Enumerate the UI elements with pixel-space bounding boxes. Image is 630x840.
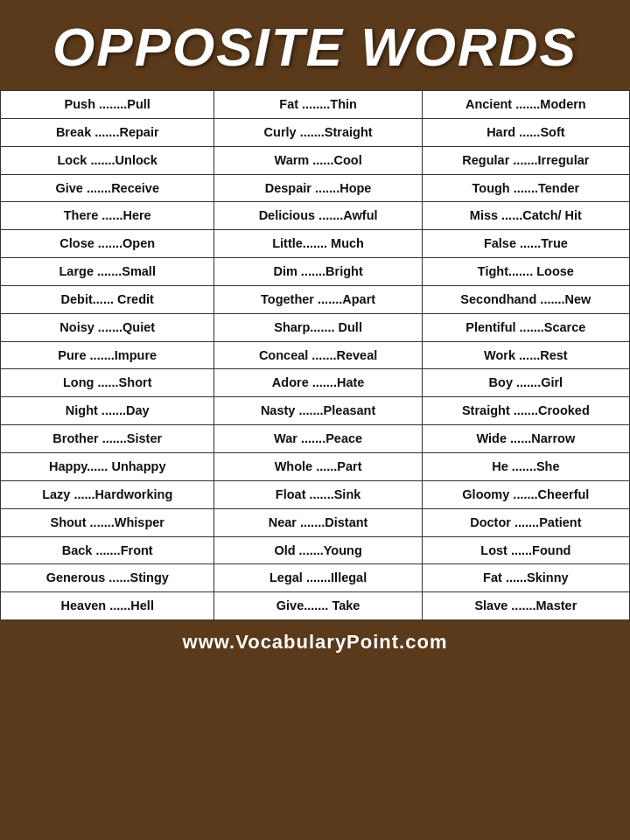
table-row: Night .......DayNasty .......PleasantStr… [1,397,630,425]
footer-url: www.VocabularyPoint.com [9,631,621,654]
table-cell: Old .......Young [214,536,422,564]
table-cell: Float .......Sink [214,480,422,508]
table-cell: Push ........Pull [1,91,214,119]
table-row: Shout .......WhisperNear .......DistantD… [1,508,630,536]
table-cell: Whole ......Part [214,452,422,480]
table-row: Happy...... UnhappyWhole ......PartHe ..… [1,452,630,480]
table-cell: There ......Here [1,202,214,230]
table-cell: Happy...... Unhappy [1,452,214,480]
table-cell: Miss ......Catch/ Hit [422,202,629,230]
table-row: Pure .......ImpureConceal .......RevealW… [1,341,630,369]
table-cell: Close .......Open [1,230,214,258]
table-cell: Boy .......Girl [422,369,629,397]
table-row: Debit...... CreditTogether .......ApartS… [1,285,630,313]
table-cell: Heaven ......Hell [1,592,214,620]
words-table-container: Push ........PullFat ........ThinAncient… [0,90,630,620]
table-row: Back .......FrontOld .......YoungLost ..… [1,536,630,564]
table-cell: Adore .......Hate [214,369,422,397]
table-cell: Little....... Much [214,230,422,258]
table-cell: Work ......Rest [422,341,629,369]
table-row: Noisy .......QuietSharp....... DullPlent… [1,313,630,341]
table-row: Lazy ......HardworkingFloat .......SinkG… [1,480,630,508]
table-cell: Straight .......Crooked [422,397,629,425]
table-cell: Give....... Take [214,592,422,620]
table-cell: He .......She [422,452,629,480]
table-cell: Pure .......Impure [1,341,214,369]
table-cell: Together .......Apart [214,285,422,313]
table-cell: Lost ......Found [422,536,629,564]
table-cell: Large .......Small [1,258,214,286]
table-cell: Give .......Receive [1,174,214,202]
table-row: Break .......RepairCurly .......Straight… [1,118,630,146]
table-row: Push ........PullFat ........ThinAncient… [1,91,630,119]
table-cell: Hard ......Soft [422,118,629,146]
table-cell: Conceal .......Reveal [214,341,422,369]
table-cell: Tight....... Loose [422,258,629,286]
table-cell: Shout .......Whisper [1,508,214,536]
page-footer: www.VocabularyPoint.com [0,620,630,664]
table-cell: Slave .......Master [422,592,629,620]
table-cell: Secondhand .......New [422,285,629,313]
table-cell: War .......Peace [214,425,422,453]
table-cell: Lock .......Unlock [1,146,214,174]
table-row: Give .......ReceiveDespair .......HopeTo… [1,174,630,202]
table-cell: Near .......Distant [214,508,422,536]
table-row: Generous ......StingyLegal .......Illega… [1,564,630,592]
table-cell: Delicious .......Awful [214,202,422,230]
table-cell: Fat ........Thin [214,91,422,119]
table-cell: Back .......Front [1,536,214,564]
table-row: Long ......ShortAdore .......HateBoy ...… [1,369,630,397]
table-cell: Generous ......Stingy [1,564,214,592]
table-cell: Plentiful .......Scarce [422,313,629,341]
table-cell: Fat ......Skinny [422,564,629,592]
opposite-words-table: Push ........PullFat ........ThinAncient… [0,90,630,620]
table-cell: Despair .......Hope [214,174,422,202]
table-row: Lock .......UnlockWarm ......CoolRegular… [1,146,630,174]
table-cell: Dim .......Bright [214,258,422,286]
table-cell: Gloomy .......Cheerful [422,480,629,508]
table-cell: Sharp....... Dull [214,313,422,341]
table-cell: Curly .......Straight [214,118,422,146]
table-cell: Ancient .......Modern [422,91,629,119]
table-cell: Lazy ......Hardworking [1,480,214,508]
table-cell: Doctor .......Patient [422,508,629,536]
page-header: OPPOSITE WORDS [0,0,630,90]
table-cell: Debit...... Credit [1,285,214,313]
page-title: OPPOSITE WORDS [9,16,621,78]
table-cell: Break .......Repair [1,118,214,146]
table-cell: Night .......Day [1,397,214,425]
table-cell: Wide ......Narrow [422,425,629,453]
table-cell: Legal .......Illegal [214,564,422,592]
table-row: Brother .......SisterWar .......PeaceWid… [1,425,630,453]
table-cell: Long ......Short [1,369,214,397]
table-row: Close .......OpenLittle....... MuchFalse… [1,230,630,258]
table-cell: Regular .......Irregular [422,146,629,174]
table-row: There ......HereDelicious .......AwfulMi… [1,202,630,230]
table-row: Large .......SmallDim .......BrightTight… [1,258,630,286]
table-cell: Nasty .......Pleasant [214,397,422,425]
table-cell: Tough .......Tender [422,174,629,202]
table-cell: Brother .......Sister [1,425,214,453]
table-cell: Warm ......Cool [214,146,422,174]
table-cell: Noisy .......Quiet [1,313,214,341]
table-row: Heaven ......HellGive....... TakeSlave .… [1,592,630,620]
table-cell: False ......True [422,230,629,258]
